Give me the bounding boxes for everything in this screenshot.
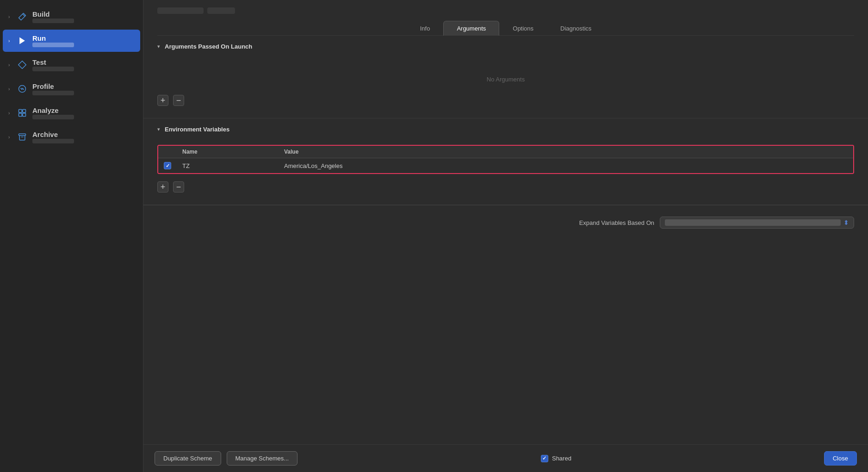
svg-marker-0	[19, 37, 25, 44]
sidebar-item-run-label: Run	[32, 34, 74, 42]
env-table-wrapper: Name Value TZ America/L	[157, 145, 854, 174]
sidebar-item-archive-label: Archive	[32, 130, 74, 138]
expand-variables-row: Expand Variables Based On ⬍	[143, 205, 868, 240]
sidebar-item-analyze-sub	[32, 115, 74, 119]
sidebar-item-archive-text: Archive	[32, 130, 74, 143]
analyze-icon	[17, 107, 28, 118]
svg-rect-3	[23, 110, 26, 113]
arguments-add-button[interactable]: +	[157, 95, 168, 106]
tab-options[interactable]: Options	[499, 21, 547, 36]
env-add-button[interactable]: +	[157, 181, 168, 193]
chevron-right-icon: ›	[8, 62, 15, 68]
section-arguments-passed-header[interactable]: ▾ Arguments Passed On Launch	[143, 36, 868, 57]
sidebar-item-test[interactable]: › Test	[3, 54, 140, 76]
chevron-down-icon: ▾	[157, 43, 160, 50]
duplicate-scheme-button[interactable]: Duplicate Scheme	[155, 451, 221, 466]
env-remove-button[interactable]: −	[173, 181, 184, 193]
waveform-icon	[17, 83, 28, 94]
section-arguments-passed-body: No Arguments + −	[143, 57, 868, 118]
sidebar-item-run-sub	[32, 43, 74, 47]
hammer-icon	[17, 11, 28, 22]
sidebar-item-run[interactable]: › Run	[3, 30, 140, 52]
env-table: Name Value TZ America/L	[158, 146, 853, 173]
table-row[interactable]: TZ America/Los_Angeles	[158, 158, 853, 174]
shared-checkbox[interactable]	[541, 455, 548, 462]
chevron-right-icon: ›	[8, 87, 15, 92]
arguments-add-remove-bar: + −	[157, 92, 854, 109]
sidebar-item-analyze-label: Analyze	[32, 106, 74, 114]
no-arguments-text: No Arguments	[157, 62, 854, 92]
section-environment-variables-body: Name Value TZ America/L	[143, 140, 868, 205]
sidebar-item-profile-sub	[32, 91, 74, 95]
sidebar-item-profile[interactable]: › Profile	[3, 78, 140, 100]
shared-checkbox-row: Shared	[541, 455, 571, 462]
svg-rect-6	[19, 134, 26, 135]
chevron-down-icon: ▾	[157, 126, 160, 132]
shared-label: Shared	[552, 455, 571, 462]
sidebar-item-build-sub	[32, 19, 74, 23]
manage-schemes-button[interactable]: Manage Schemes...	[227, 451, 298, 466]
chevron-up-down-icon: ⬍	[843, 219, 849, 226]
section-arguments-passed: ▾ Arguments Passed On Launch No Argument…	[143, 36, 868, 118]
scheme-name-blur-1	[157, 7, 204, 14]
close-button[interactable]: Close	[824, 451, 857, 466]
expand-variables-dropdown[interactable]: ⬍	[660, 217, 854, 229]
expand-dropdown-value	[665, 219, 841, 226]
arguments-remove-button[interactable]: −	[173, 95, 184, 106]
env-table-col-enabled	[158, 146, 177, 158]
sidebar-item-run-text: Run	[32, 34, 74, 47]
scheme-title	[157, 7, 854, 14]
chevron-right-icon: ›	[8, 135, 15, 140]
sidebar-item-build-label: Build	[32, 10, 74, 18]
archive-icon	[17, 131, 28, 143]
env-table-col-value: Value	[279, 146, 853, 158]
sidebar-item-archive-sub	[32, 139, 74, 143]
svg-rect-2	[19, 110, 22, 113]
bottom-bar: Duplicate Scheme Manage Schemes... Share…	[143, 444, 868, 472]
sidebar-item-build-text: Build	[32, 10, 74, 23]
section-environment-variables: ▾ Environment Variables Name Value	[143, 118, 868, 205]
sidebar-item-test-sub	[32, 67, 74, 71]
sidebar-item-profile-text: Profile	[32, 82, 74, 95]
chevron-right-icon: ›	[8, 38, 15, 43]
sidebar-item-profile-label: Profile	[32, 82, 74, 90]
env-row-name[interactable]: TZ	[177, 158, 279, 174]
sidebar: › Build › Run	[0, 0, 143, 472]
svg-rect-5	[23, 113, 26, 117]
section-environment-variables-title: Environment Variables	[165, 126, 229, 133]
chevron-right-icon: ›	[8, 14, 15, 19]
sidebar-item-analyze[interactable]: › Analyze	[3, 102, 140, 124]
env-table-header-row: Name Value	[158, 146, 853, 158]
main-content: Info Arguments Options Diagnostics ▾ Arg…	[143, 0, 868, 472]
sidebar-item-archive[interactable]: › Archive	[3, 126, 140, 148]
tab-arguments[interactable]: Arguments	[443, 21, 499, 36]
content-area: ▾ Arguments Passed On Launch No Argument…	[143, 36, 868, 444]
sidebar-item-analyze-text: Analyze	[32, 106, 74, 119]
sidebar-item-test-label: Test	[32, 58, 74, 66]
tab-info[interactable]: Info	[407, 21, 444, 36]
scheme-name-blur-2	[207, 7, 235, 14]
chevron-right-icon: ›	[8, 111, 15, 116]
sidebar-item-build[interactable]: › Build	[3, 6, 140, 28]
expand-variables-label: Expand Variables Based On	[579, 219, 654, 226]
env-add-remove-bar: + −	[157, 179, 854, 195]
section-arguments-passed-title: Arguments Passed On Launch	[165, 43, 252, 50]
section-environment-variables-header[interactable]: ▾ Environment Variables	[143, 118, 868, 140]
env-row-checkbox[interactable]	[164, 162, 171, 169]
row-checkbox-cell	[158, 158, 177, 174]
tabs-bar: Info Arguments Options Diagnostics	[157, 20, 854, 36]
env-table-col-name: Name	[177, 146, 279, 158]
tab-diagnostics[interactable]: Diagnostics	[547, 21, 605, 36]
main-header: Info Arguments Options Diagnostics	[143, 0, 868, 36]
env-row-value[interactable]: America/Los_Angeles	[279, 158, 853, 174]
diamond-icon	[17, 59, 28, 70]
svg-rect-4	[19, 113, 22, 117]
sidebar-item-test-text: Test	[32, 58, 74, 71]
play-icon	[17, 35, 28, 46]
